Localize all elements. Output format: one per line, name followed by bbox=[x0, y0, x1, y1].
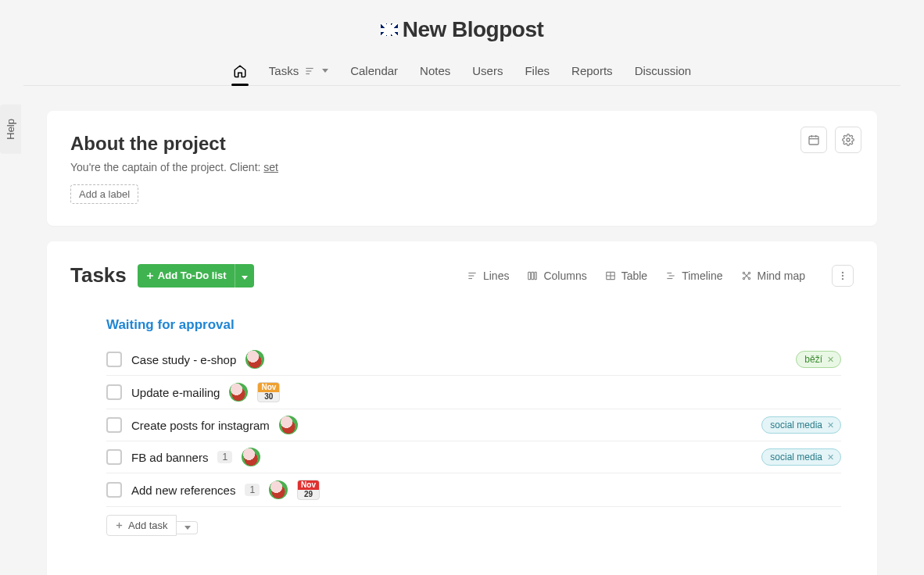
task-checkbox[interactable] bbox=[106, 482, 122, 498]
add-label-button[interactable]: Add a label bbox=[70, 184, 138, 204]
timeline-icon bbox=[664, 270, 677, 281]
plus-icon bbox=[115, 521, 124, 530]
task-label[interactable]: běží ✕ bbox=[796, 351, 841, 368]
remove-label-icon[interactable]: ✕ bbox=[827, 420, 834, 430]
task-name: FB ad banners bbox=[131, 451, 208, 464]
view-lines-label: Lines bbox=[483, 270, 509, 282]
add-task-label: Add task bbox=[128, 520, 168, 531]
task-row[interactable]: Update e-mailing Nov 30 bbox=[106, 376, 841, 409]
task-label-text: social media bbox=[770, 420, 822, 430]
view-table[interactable]: Table bbox=[604, 270, 647, 282]
task-checkbox[interactable] bbox=[106, 384, 122, 400]
gear-icon bbox=[842, 134, 854, 146]
tab-users[interactable]: Users bbox=[472, 56, 503, 85]
calendar-icon bbox=[808, 134, 820, 146]
view-lines[interactable]: Lines bbox=[466, 270, 509, 282]
home-icon bbox=[233, 64, 247, 78]
due-day: 29 bbox=[298, 490, 319, 499]
table-icon bbox=[604, 270, 617, 281]
svg-rect-13 bbox=[528, 272, 531, 279]
tab-discussion[interactable]: Discussion bbox=[635, 56, 692, 85]
add-todo-list-dropdown[interactable] bbox=[235, 264, 254, 288]
chevron-down-icon bbox=[322, 69, 328, 73]
subtask-count: 1 bbox=[217, 451, 232, 463]
columns-icon bbox=[526, 270, 539, 281]
uk-flag-icon bbox=[381, 23, 398, 36]
due-date[interactable]: Nov 30 bbox=[257, 382, 280, 402]
chevron-down-icon bbox=[184, 526, 191, 530]
view-table-label: Table bbox=[621, 270, 647, 282]
page-title-text: New Blogpost bbox=[403, 17, 544, 42]
due-day: 30 bbox=[258, 392, 279, 402]
task-label-text: social media bbox=[770, 452, 822, 462]
tasks-card: Tasks Add To-Do list Lines Columns Table bbox=[47, 241, 877, 575]
calendar-button[interactable] bbox=[800, 127, 827, 153]
tab-home[interactable] bbox=[233, 56, 247, 85]
avatar[interactable] bbox=[245, 350, 264, 369]
add-task-dropdown[interactable] bbox=[177, 521, 198, 534]
tab-tasks[interactable]: Tasks bbox=[269, 56, 328, 85]
task-label[interactable]: social media ✕ bbox=[761, 416, 841, 434]
avatar[interactable] bbox=[279, 416, 298, 434]
svg-point-23 bbox=[748, 272, 750, 273]
client-set-link[interactable]: set bbox=[263, 161, 278, 173]
task-row[interactable]: Case study - e-shop běží ✕ bbox=[106, 344, 841, 376]
list-title-waiting[interactable]: Waiting for approval bbox=[106, 317, 841, 333]
plus-icon bbox=[145, 271, 155, 280]
mindmap-icon bbox=[740, 270, 753, 281]
tab-calendar[interactable]: Calendar bbox=[350, 56, 398, 85]
tab-files[interactable]: Files bbox=[525, 56, 550, 85]
task-checkbox[interactable] bbox=[106, 449, 122, 465]
view-columns-label: Columns bbox=[543, 270, 586, 282]
add-task-button[interactable]: Add task bbox=[106, 515, 177, 536]
svg-point-28 bbox=[842, 271, 843, 273]
due-month: Nov bbox=[258, 383, 279, 392]
about-heading: About the project bbox=[70, 133, 854, 155]
avatar[interactable] bbox=[269, 480, 288, 499]
subtask-count: 1 bbox=[245, 484, 260, 496]
settings-button[interactable] bbox=[835, 127, 861, 153]
tab-reports[interactable]: Reports bbox=[571, 56, 613, 85]
task-name: Add new references bbox=[131, 484, 235, 497]
svg-point-25 bbox=[748, 277, 750, 279]
tab-notes[interactable]: Notes bbox=[420, 56, 450, 85]
view-mindmap[interactable]: Mind map bbox=[740, 270, 805, 282]
svg-point-30 bbox=[842, 277, 843, 279]
add-todo-list-button[interactable]: Add To-Do list bbox=[138, 264, 235, 288]
svg-point-7 bbox=[847, 138, 850, 141]
more-vertical-icon bbox=[837, 270, 848, 281]
list-icon bbox=[303, 66, 316, 77]
due-date[interactable]: Nov 29 bbox=[297, 480, 320, 500]
avatar[interactable] bbox=[242, 448, 260, 466]
task-checkbox[interactable] bbox=[106, 352, 122, 367]
view-timeline-label: Timeline bbox=[682, 270, 722, 282]
view-columns[interactable]: Columns bbox=[526, 270, 586, 282]
tasks-more-button[interactable] bbox=[832, 265, 854, 287]
svg-point-29 bbox=[842, 274, 843, 276]
task-row[interactable]: Create posts for instagram social media … bbox=[106, 409, 841, 441]
about-card: About the project You're the captain of … bbox=[47, 111, 877, 226]
task-row[interactable]: Add new references 1 Nov 29 bbox=[106, 473, 841, 507]
lines-icon bbox=[466, 270, 478, 281]
view-timeline[interactable]: Timeline bbox=[664, 270, 722, 282]
add-todo-list-label: Add To-Do list bbox=[158, 270, 227, 281]
page-title: New Blogpost bbox=[381, 17, 544, 42]
svg-rect-3 bbox=[809, 136, 818, 145]
task-checkbox[interactable] bbox=[106, 417, 122, 433]
svg-rect-14 bbox=[532, 272, 534, 279]
remove-label-icon[interactable]: ✕ bbox=[827, 452, 834, 462]
tab-tasks-label: Tasks bbox=[269, 64, 299, 77]
task-name: Update e-mailing bbox=[131, 386, 220, 399]
main-tabs: Tasks Calendar Notes Users Files Reports… bbox=[23, 56, 901, 86]
task-label-text: běží bbox=[804, 354, 822, 365]
task-name: Create posts for instagram bbox=[131, 419, 270, 432]
about-desc: You're the captain of the project. Clien… bbox=[70, 161, 854, 173]
about-desc-text: You're the captain of the project. Clien… bbox=[70, 161, 263, 173]
tasks-heading: Tasks bbox=[70, 263, 127, 288]
avatar[interactable] bbox=[229, 383, 248, 402]
chevron-down-icon bbox=[242, 276, 248, 280]
task-row[interactable]: FB ad banners 1 social media ✕ bbox=[106, 441, 841, 473]
help-tab[interactable]: Help bbox=[0, 105, 21, 154]
remove-label-icon[interactable]: ✕ bbox=[827, 355, 834, 365]
task-label[interactable]: social media ✕ bbox=[761, 448, 841, 466]
